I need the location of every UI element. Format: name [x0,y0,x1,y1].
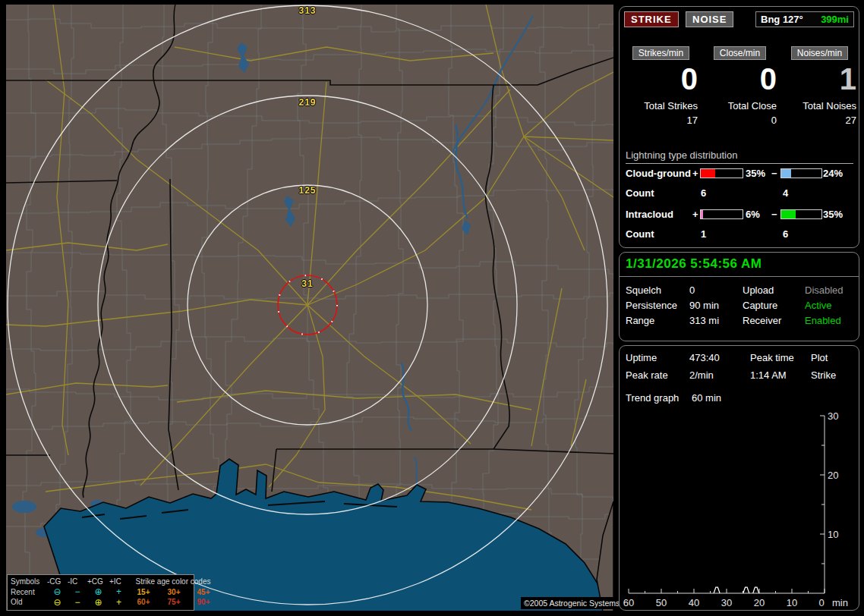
x-tick-60: 60 [623,597,634,608]
ring-label-31: 31 [301,278,313,289]
neg-cg-recent-icon: ⊖ [47,588,68,596]
legend-recent-label: Recent [11,588,47,596]
legend-neg-ic-header: -IC [68,577,87,586]
x-axis-unit: min [832,597,848,608]
upload-status: Disabled [805,284,844,296]
copyright-label: ©2005 Astrogenic Systems [521,597,623,609]
total-strikes-value: 17 [624,115,698,126]
close-counter: Close/min 0 Total Close 0 [703,46,777,130]
strike-panel: STRIKE NOISE Bng 127° 399mi Strikes/min … [619,6,859,248]
trend-graph-row: Trend graph 60 min [620,392,860,405]
minus-sign: − [771,209,777,220]
legend-age-title: Strike age color codes [128,577,218,586]
noises-per-min-chip: Noises/min [791,46,848,60]
legend-symbols-header: Symbols [11,577,47,586]
intracloud-count-row: Count 1 6 [620,228,860,240]
age-code-60: 60+ [128,598,159,606]
neg-ic-old-icon: − [68,599,87,606]
trend-data-peaks [714,587,759,593]
map-legend: Symbols -CG -IC +CG +IC Strike age color… [7,574,194,611]
minus-sign: − [771,168,777,179]
map-svg [6,5,613,611]
upload-label: Upload [743,284,774,296]
receiver-status: Enabled [805,315,841,326]
bearing-display: Bng 127° 399mi [755,11,854,27]
plus-sign: + [692,168,698,179]
uptime-value: 473:40 [689,352,720,363]
x-tick-40: 40 [689,597,699,608]
close-per-min-chip: Close/min [714,46,766,60]
plot-label: Plot [811,352,828,363]
ic-negative-pct: 35% [823,209,843,220]
y-tick-20: 20 [828,470,838,481]
x-tick-0: 0 [818,597,824,608]
pos-ic-old-icon: + [109,599,128,606]
stats-row: Peak rate 2/min 1:14 AM Strike [620,369,860,382]
ring-label-313: 313 [298,5,316,16]
plus-sign: + [692,209,698,220]
separator [620,276,859,277]
bearing-value: Bng 127° [761,14,803,25]
trend-graph-label: Trend graph [626,392,679,404]
ic-positive-pct: 6% [746,209,760,220]
distribution-heading: Lightning type distribution [626,149,853,164]
neg-ic-recent-icon: − [68,588,87,596]
noise-button[interactable]: NOISE [686,11,733,27]
x-tick-30: 30 [721,597,732,608]
squelch-label: Squelch [626,284,661,296]
app-window: 313 219 125 31 Symbols -CG -IC +CG +IC S… [0,0,864,616]
total-close-label: Total Close [703,100,777,112]
distance-value: 399mi [821,14,849,25]
cg-negative-bar [780,168,822,178]
total-close-value: 0 [703,115,777,126]
age-code-15: 15+ [128,588,159,596]
plot-mode-value: Strike [811,369,836,381]
datetime-display: 1/31/2026 5:54:56 AM [626,256,762,272]
x-tick-50: 50 [656,597,667,608]
total-noises-label: Total Noises [783,100,856,112]
y-tick-30: 30 [828,410,838,422]
peak-time-label: Peak time [750,352,794,363]
range-value: 313 mi [689,315,719,326]
ring-label-125: 125 [298,185,316,196]
peak-rate-label: Peak rate [626,369,668,381]
x-tick-20: 20 [754,597,765,608]
squelch-value: 0 [689,284,695,296]
settings-row: Range 313 mi Receiver Enabled [620,315,860,328]
peak-rate-value: 2/min [689,369,714,381]
cg-positive-count: 6 [701,187,706,199]
ic-positive-count: 1 [701,228,706,240]
age-code-30: 30+ [159,588,189,596]
age-code-90: 90+ [189,598,218,606]
cloud-ground-count-row: Count 6 4 [620,187,860,200]
total-strikes-label: Total Strikes [624,100,698,112]
age-code-45: 45+ [189,588,218,596]
neg-cg-old-icon: ⊖ [47,599,68,606]
intracloud-row: Intracloud + 6% − 35% [620,209,860,221]
map-display[interactable]: 313 219 125 31 Symbols -CG -IC +CG +IC S… [6,5,613,611]
settings-row: Squelch 0 Upload Disabled [620,284,860,297]
strikes-counter: Strikes/min 0 Total Strikes 17 [624,46,698,130]
noises-rate-value: 1 [783,63,856,95]
age-code-75: 75+ [159,598,189,606]
count-label: Count [626,187,654,199]
clock-panel: 1/31/2026 5:54:56 AM Squelch 0 Upload Di… [619,252,859,341]
peak-time-value: 1:14 AM [750,369,787,381]
range-label: Range [626,315,654,326]
intracloud-label: Intracloud [626,209,673,220]
total-noises-value: 27 [783,115,856,126]
y-tick-10: 10 [828,529,838,540]
count-label: Count [626,228,654,240]
pos-cg-old-icon: ⊕ [87,599,109,606]
ic-positive-bar [700,209,743,219]
x-tick-10: 10 [787,597,797,608]
strikes-rate-value: 0 [624,63,698,95]
ic-negative-bar [780,209,822,219]
strike-button[interactable]: STRIKE [624,11,679,27]
legend-pos-cg-header: +CG [87,577,109,586]
noises-counter: Noises/min 1 Total Noises 27 [783,46,856,130]
trend-panel: Uptime 473:40 Peak time Plot Peak rate 2… [619,345,859,611]
capture-label: Capture [743,300,777,311]
persistence-label: Persistence [626,300,677,311]
ring-label-219: 219 [298,97,316,108]
